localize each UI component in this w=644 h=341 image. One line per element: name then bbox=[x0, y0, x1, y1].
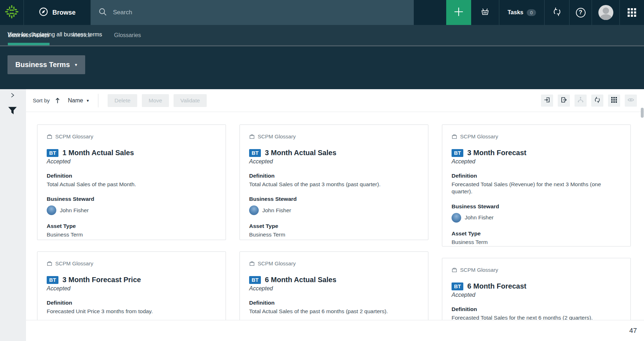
tab-glossaries[interactable]: Glossaries bbox=[114, 25, 141, 45]
glossary-label: SCPM Glossary bbox=[55, 133, 93, 139]
assets-toolbar: Sort by Name ▾ Delete Move Validate bbox=[26, 89, 644, 112]
toolbar-divider bbox=[98, 94, 98, 107]
sync-status-button[interactable] bbox=[544, 0, 569, 25]
data-basket-button[interactable] bbox=[471, 0, 499, 25]
browse-label: Browse bbox=[52, 9, 76, 16]
asset-type-label: Asset Type bbox=[452, 230, 621, 237]
tasks-label: Tasks bbox=[508, 9, 523, 16]
asset-title[interactable]: 3 Month Actual Sales bbox=[265, 149, 336, 157]
definition-text: Total Actual Sales of the past Month. bbox=[47, 181, 216, 188]
tile-view-button[interactable] bbox=[608, 95, 620, 107]
definition-label: Definition bbox=[452, 173, 621, 179]
asset-title[interactable]: 6 Month Forecast bbox=[467, 282, 526, 290]
filter-icon[interactable] bbox=[7, 106, 18, 118]
asset-card[interactable]: SCPM Glossary BT 3 Month Forecast Price … bbox=[37, 251, 226, 320]
sort-field-dropdown[interactable]: Name ▾ bbox=[68, 97, 89, 104]
view-title: Business Terms bbox=[15, 61, 70, 69]
definition-label: Definition bbox=[47, 173, 216, 179]
card-column: SCPM Glossary BT 3 Month Actual Sales Ac… bbox=[239, 124, 428, 320]
asset-type-badge: BT bbox=[452, 149, 463, 157]
refresh-button[interactable] bbox=[591, 95, 603, 107]
hierarchy-icon bbox=[577, 96, 584, 105]
steward-avatar bbox=[452, 213, 461, 223]
status-text: Accepted bbox=[249, 158, 419, 165]
hierarchy-view-button[interactable] bbox=[575, 95, 587, 107]
glossary-label: SCPM Glossary bbox=[460, 133, 498, 139]
definition-text: Total Actual Sales of the past 3 months … bbox=[249, 181, 419, 188]
card-column: SCPM Glossary BT 1 Month Actual Sales Ac… bbox=[37, 124, 226, 320]
tasks-button[interactable]: Tasks 0 bbox=[499, 0, 544, 25]
asset-title[interactable]: 3 Month Forecast Price bbox=[62, 276, 141, 284]
eye-icon bbox=[627, 96, 634, 105]
asset-type-value: Business Term bbox=[249, 231, 419, 238]
card-column: SCPM Glossary BT 3 Month Forecast Accept… bbox=[442, 124, 631, 320]
asset-card[interactable]: SCPM Glossary BT 6 Month Forecast Accept… bbox=[442, 258, 631, 320]
asset-type-label: Asset Type bbox=[249, 223, 419, 229]
expand-sidebar-button[interactable] bbox=[9, 92, 16, 100]
collibra-logo-icon bbox=[4, 4, 19, 21]
caret-down-icon: ▾ bbox=[87, 98, 89, 103]
glossary-breadcrumb[interactable]: SCPM Glossary bbox=[452, 267, 621, 273]
steward-name[interactable]: John Fisher bbox=[262, 207, 291, 214]
asset-title[interactable]: 3 Month Forecast bbox=[467, 149, 526, 157]
steward-avatar bbox=[47, 205, 56, 215]
glossary-breadcrumb[interactable]: SCPM Glossary bbox=[452, 133, 621, 139]
sort-by-label: Sort by bbox=[33, 97, 50, 103]
total-results-count: 47 bbox=[629, 327, 637, 335]
refresh-icon bbox=[594, 96, 601, 105]
export-button[interactable] bbox=[558, 95, 570, 107]
glossary-breadcrumb[interactable]: SCPM Glossary bbox=[47, 133, 216, 139]
glossary-label: SCPM Glossary bbox=[258, 133, 296, 139]
definition-label: Definition bbox=[452, 306, 621, 312]
search-input[interactable] bbox=[113, 9, 391, 16]
steward-name[interactable]: John Fisher bbox=[465, 214, 494, 221]
steward-avatar bbox=[249, 205, 259, 215]
steward-name[interactable]: John Fisher bbox=[60, 207, 89, 214]
definition-label: Definition bbox=[249, 300, 419, 306]
delete-button[interactable]: Delete bbox=[108, 94, 137, 107]
asset-type-label: Asset Type bbox=[47, 223, 216, 229]
apps-menu-button[interactable] bbox=[619, 0, 644, 25]
global-search-bar[interactable] bbox=[91, 0, 414, 25]
compass-icon bbox=[39, 7, 48, 18]
view-subtitle: View for displaying all business terms bbox=[7, 31, 102, 38]
asset-type-badge: BT bbox=[249, 276, 261, 284]
status-text: Accepted bbox=[452, 158, 621, 165]
asset-card[interactable]: SCPM Glossary BT 3 Month Forecast Accept… bbox=[442, 124, 631, 246]
plus-icon bbox=[453, 6, 464, 19]
glossary-icon bbox=[47, 134, 52, 139]
app-logo[interactable] bbox=[0, 0, 24, 25]
glossary-breadcrumb[interactable]: SCPM Glossary bbox=[47, 260, 216, 266]
glossary-icon bbox=[452, 134, 457, 139]
help-button[interactable]: ? bbox=[569, 0, 592, 25]
results-footer: 47 bbox=[26, 320, 644, 341]
glossary-label: SCPM Glossary bbox=[258, 260, 296, 266]
browse-menu-button[interactable]: Browse bbox=[24, 0, 91, 25]
glossary-breadcrumb[interactable]: SCPM Glossary bbox=[249, 260, 419, 266]
asset-card[interactable]: SCPM Glossary BT 3 Month Actual Sales Ac… bbox=[239, 124, 428, 240]
filter-sidebar bbox=[0, 89, 26, 341]
preview-button[interactable] bbox=[625, 95, 637, 107]
asset-title[interactable]: 1 Month Actual Sales bbox=[62, 149, 134, 157]
glossary-icon bbox=[249, 134, 255, 139]
asset-card[interactable]: SCPM Glossary BT 1 Month Actual Sales Ac… bbox=[37, 124, 226, 240]
view-selector-button[interactable]: Business Terms ▾ bbox=[7, 55, 85, 74]
definition-text: Forecasted Unit Price 3 months from toda… bbox=[47, 308, 216, 315]
user-profile-button[interactable] bbox=[592, 0, 619, 25]
definition-text: Forecasted Total Sales (Revenue) for the… bbox=[452, 181, 621, 195]
add-asset-button[interactable] bbox=[446, 0, 471, 25]
steward-label: Business Steward bbox=[249, 196, 419, 202]
vertical-scrollbar[interactable] bbox=[641, 108, 644, 118]
assets-panel: Sort by Name ▾ Delete Move Validate bbox=[26, 89, 644, 341]
tasks-count-badge: 0 bbox=[527, 9, 536, 16]
sort-ascending-icon[interactable] bbox=[55, 98, 60, 103]
import-button[interactable] bbox=[541, 95, 553, 107]
glossary-breadcrumb[interactable]: SCPM Glossary bbox=[249, 133, 419, 139]
move-button[interactable]: Move bbox=[142, 94, 169, 107]
asset-title[interactable]: 6 Month Actual Sales bbox=[265, 276, 336, 284]
validate-button[interactable]: Validate bbox=[174, 94, 207, 107]
status-text: Accepted bbox=[47, 158, 216, 165]
tile-grid-icon bbox=[611, 97, 617, 105]
glossary-icon bbox=[249, 261, 255, 266]
asset-card[interactable]: SCPM Glossary BT 6 Month Actual Sales Ac… bbox=[239, 251, 428, 320]
